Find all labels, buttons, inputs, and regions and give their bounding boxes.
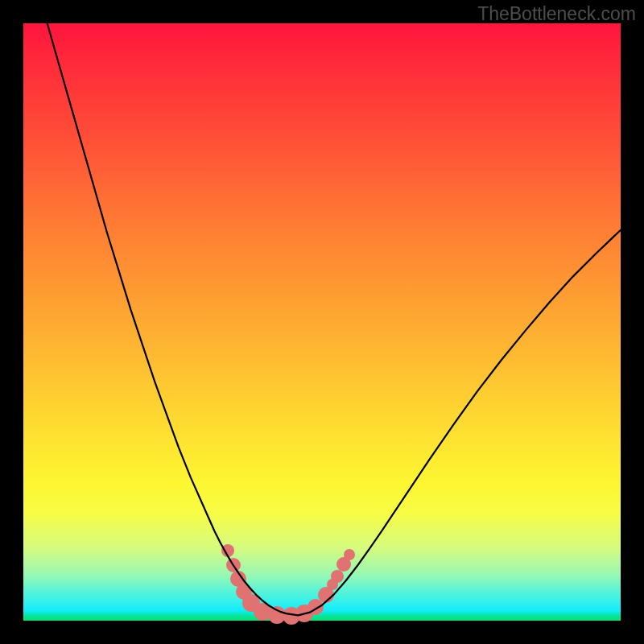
markers-group	[221, 544, 355, 625]
chart-svg	[23, 23, 621, 621]
chart-frame: TheBottleneck.com	[0, 0, 644, 644]
watermark-text: TheBottleneck.com	[477, 3, 636, 25]
plot-area	[23, 23, 621, 621]
main-curve	[47, 23, 621, 615]
marker-dot	[331, 570, 344, 583]
marker-dot	[344, 549, 355, 560]
